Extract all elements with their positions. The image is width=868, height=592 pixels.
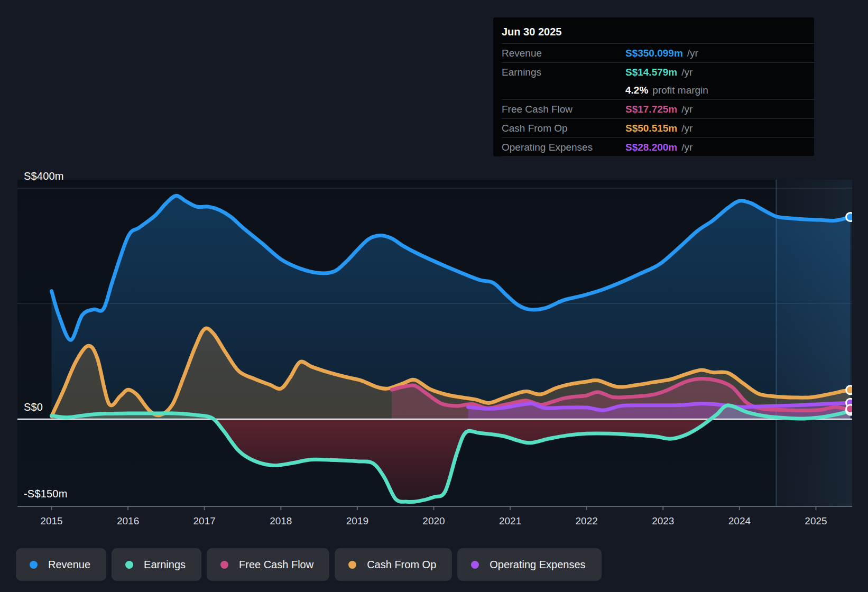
tooltip-value: S$28.200m — [625, 142, 677, 153]
earnings-dot-icon — [125, 561, 133, 569]
chart-tooltip: Jun 30 2025 Revenue S$350.099m /yr Earni… — [493, 17, 814, 156]
tooltip-label: Revenue — [502, 48, 625, 59]
x-axis-label-2017: 2017 — [193, 515, 216, 527]
x-axis-label-2023: 2023 — [652, 515, 674, 527]
x-axis-label-2025: 2025 — [805, 515, 827, 527]
legend-label: Cash From Op — [367, 559, 436, 571]
tooltip-row-revenue: Revenue S$350.099m /yr — [502, 44, 814, 62]
end-marker-revenue[interactable] — [846, 213, 855, 221]
tooltip-row-cash-from-op: Cash From Op S$50.515m /yr — [502, 119, 814, 138]
tooltip-value: S$350.099m — [625, 48, 683, 59]
legend-label: Revenue — [48, 559, 90, 571]
tooltip-label: Earnings — [502, 67, 625, 78]
tooltip-label: Cash From Op — [502, 123, 625, 134]
end-marker-cash-from-op[interactable] — [846, 386, 855, 394]
x-axis-label-2022: 2022 — [576, 515, 598, 527]
legend-item-revenue[interactable]: Revenue — [16, 548, 106, 581]
tooltip-row-profit-margin: 4.2% profit margin — [502, 81, 814, 100]
x-axis-label-2018: 2018 — [270, 515, 292, 527]
y-axis-label-0: S$0 — [24, 401, 43, 413]
cash-from-op-dot-icon — [348, 561, 356, 569]
x-axis-label-2016: 2016 — [117, 515, 139, 527]
legend-label: Earnings — [144, 559, 186, 571]
tooltip-date: Jun 30 2025 — [502, 22, 814, 44]
tooltip-row-earnings: Earnings S$14.579m /yr — [502, 63, 814, 81]
chart-legend: Revenue Earnings Free Cash Flow Cash Fro… — [16, 548, 602, 581]
x-axis-label-2019: 2019 — [346, 515, 368, 527]
legend-label: Free Cash Flow — [239, 559, 313, 571]
tooltip-value: S$14.579m — [625, 67, 677, 78]
tooltip-suffix: /yr — [681, 142, 692, 153]
x-axis-label-2021: 2021 — [499, 515, 521, 527]
x-axis-label-2020: 2020 — [422, 515, 445, 527]
end-marker-free-cash-flow[interactable] — [846, 405, 855, 413]
legend-label: Operating Expenses — [490, 559, 585, 571]
profit-margin-text: profit margin — [652, 85, 708, 96]
free-cash-flow-dot-icon — [220, 561, 228, 569]
tooltip-label: Operating Expenses — [502, 142, 625, 153]
y-axis-label-400: S$400m — [24, 170, 64, 182]
profit-margin-value: 4.2% — [625, 85, 648, 96]
tooltip-suffix: /yr — [687, 48, 698, 59]
operating-expenses-dot-icon — [471, 561, 479, 569]
tooltip-suffix: /yr — [681, 123, 692, 134]
tooltip-value: S$17.725m — [625, 104, 677, 115]
tooltip-suffix: /yr — [681, 67, 692, 78]
tooltip-row-free-cash-flow: Free Cash Flow S$17.725m /yr — [502, 100, 814, 119]
legend-item-free-cash-flow[interactable]: Free Cash Flow — [207, 548, 329, 581]
revenue-dot-icon — [30, 561, 38, 569]
x-axis-label-2015: 2015 — [40, 515, 62, 527]
tooltip-row-operating-expenses: Operating Expenses S$28.200m /yr — [502, 138, 814, 157]
legend-item-operating-expenses[interactable]: Operating Expenses — [457, 548, 601, 581]
legend-item-cash-from-op[interactable]: Cash From Op — [335, 548, 452, 581]
tooltip-label: Free Cash Flow — [502, 104, 625, 115]
tooltip-value: S$50.515m — [625, 123, 677, 134]
tooltip-suffix: /yr — [681, 104, 692, 115]
legend-item-earnings[interactable]: Earnings — [112, 548, 201, 581]
y-axis-label--150: -S$150m — [24, 488, 68, 500]
x-axis-label-2024: 2024 — [728, 515, 751, 527]
